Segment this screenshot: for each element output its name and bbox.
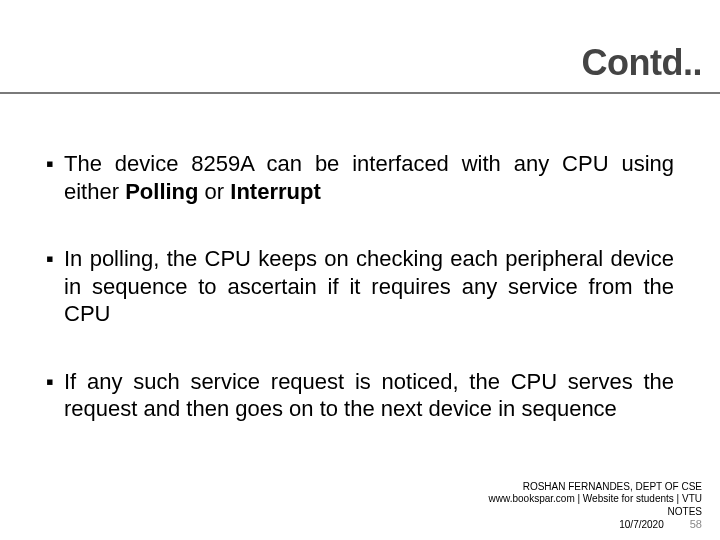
list-item: ▪ In polling, the CPU keeps on checking … [46,245,674,328]
page-number: 58 [690,518,702,532]
bullet-icon: ▪ [46,245,56,328]
footer-author: ROSHAN FERNANDES, DEPT OF CSE [489,481,702,494]
content-area: ▪ The device 8259A can be interfaced wit… [46,150,674,463]
bullet-text: The device 8259A can be interfaced with … [64,150,674,205]
title-area: Contd.. [582,42,702,84]
footer: ROSHAN FERNANDES, DEPT OF CSE www.booksp… [489,481,702,532]
bullet-icon: ▪ [46,150,56,205]
list-item: ▪ If any such service request is noticed… [46,368,674,423]
slide-title: Contd.. [582,42,702,83]
title-underline [0,92,720,94]
bullet-icon: ▪ [46,368,56,423]
footer-date: 10/7/2020 [619,519,664,532]
list-item: ▪ The device 8259A can be interfaced wit… [46,150,674,205]
bullet-text: In polling, the CPU keeps on checking ea… [64,245,674,328]
slide: Contd.. ▪ The device 8259A can be interf… [0,0,720,540]
footer-notes: NOTES [489,506,702,519]
footer-website: www.bookspar.com | Website for students … [489,493,702,506]
bullet-text: If any such service request is noticed, … [64,368,674,423]
